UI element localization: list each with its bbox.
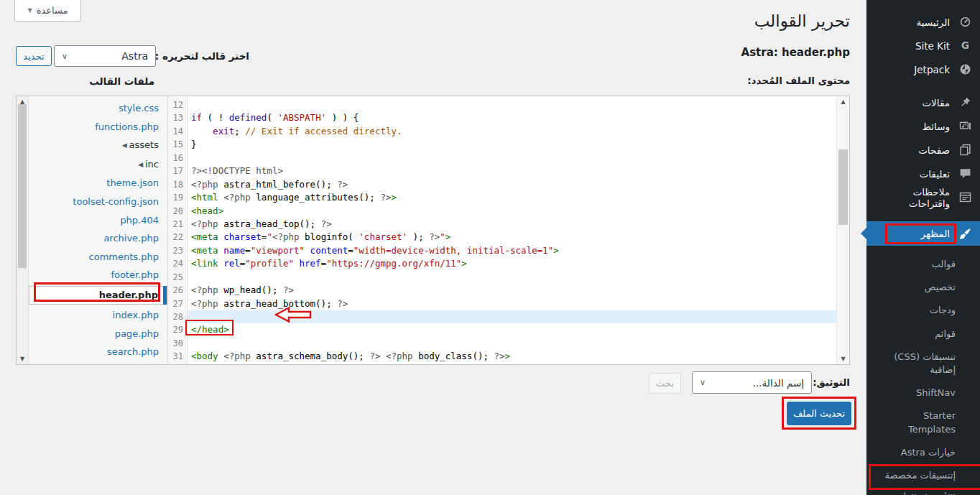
media-icon bbox=[956, 120, 974, 132]
sidebar-item-label: المظهر bbox=[921, 228, 950, 239]
code-line-22: 22<meta charset="<?php bloginfo( 'charse… bbox=[168, 231, 836, 244]
file-item-page.php[interactable]: page.php bbox=[29, 325, 167, 343]
scroll-up-icon[interactable]: ▲ bbox=[837, 98, 849, 105]
theme-files-heading: ملفات القالب bbox=[89, 75, 154, 87]
code-line-30: 30 bbox=[168, 337, 836, 350]
submenu-item-astra-options[interactable]: خيارات Astra bbox=[866, 441, 980, 464]
file-list-scrollbar-thumb[interactable] bbox=[18, 104, 27, 268]
file-item-footer.php[interactable]: footer.php bbox=[29, 266, 167, 284]
editor-scrollbar[interactable]: ▲ ▼ bbox=[836, 96, 849, 364]
sidebar-item-label: الرئيسية bbox=[917, 17, 951, 28]
file-item-style.css[interactable]: style.css bbox=[29, 99, 167, 118]
file-item-functions.php[interactable]: functions.php bbox=[29, 118, 167, 137]
sidebar-item-media[interactable]: وسائط bbox=[866, 114, 980, 138]
theme-picker-label: اختر قالب لتحريره : bbox=[155, 50, 249, 62]
submenu-item-starter-templates[interactable]: Starter Templates bbox=[866, 404, 980, 440]
line-number: 25 bbox=[168, 271, 188, 284]
code-line-28: 28 bbox=[168, 310, 836, 323]
line-content: if ( ! defined( 'ABSPATH' ) ) { bbox=[188, 111, 836, 124]
select-theme-button[interactable]: تحديد bbox=[16, 46, 52, 66]
file-item-toolset-config.json[interactable]: toolset-config.json bbox=[29, 193, 167, 211]
file-item-index.php[interactable]: index.php bbox=[29, 306, 167, 325]
submenu-item-shiftnav[interactable]: ShiftNav bbox=[866, 381, 980, 404]
folder-collapse-icon: ◀ bbox=[138, 161, 145, 168]
theme-files-panel: ▲ ▼ style.cssfunctions.phpassets ◀inc ◀t… bbox=[17, 96, 168, 364]
scroll-down-icon[interactable]: ▼ bbox=[837, 356, 849, 362]
wordpress-theme-editor-screen: مساعدة ▼ تحرير القوالب Astra: header.php… bbox=[0, 0, 980, 495]
code-line-19: 19<html <?php language_attributes(); ?>> bbox=[168, 191, 836, 204]
file-name: 404.php bbox=[120, 215, 159, 226]
line-number: 28 bbox=[168, 310, 188, 323]
file-name: page.php bbox=[115, 328, 159, 339]
sidebar-item-posts[interactable]: مقالات bbox=[866, 91, 980, 114]
scroll-down-icon[interactable]: ▼ bbox=[17, 356, 28, 362]
submenu-item-themes[interactable]: قوالب bbox=[866, 253, 980, 276]
line-content: <?php astra_body_top(); ?> bbox=[188, 364, 836, 364]
line-number: 16 bbox=[168, 152, 188, 165]
file-name: footer.php bbox=[111, 269, 159, 280]
admin-sidebar: الرئيسيةGSite KitJetpackمقالاتوسائطصفحات… bbox=[866, 0, 980, 495]
line-number: 19 bbox=[168, 191, 188, 204]
line-content: <?php wp_head(); ?> bbox=[188, 284, 836, 297]
line-number: 30 bbox=[168, 337, 188, 350]
file-item-404.php[interactable]: 404.php bbox=[29, 211, 167, 230]
help-dropdown-button[interactable]: مساعدة ▼ bbox=[14, 0, 81, 22]
file-item-search.php[interactable]: search.php bbox=[29, 343, 167, 361]
line-number: 31 bbox=[168, 350, 188, 363]
file-item-header.php[interactable]: header.php bbox=[29, 286, 167, 305]
jetpack-icon bbox=[956, 63, 974, 75]
file-item-archive.php[interactable]: archive.php bbox=[29, 229, 167, 248]
line-content: <body <?php astra_schema_body(); ?> <?ph… bbox=[188, 350, 836, 363]
file-item-comments.php[interactable]: comments.php bbox=[29, 248, 167, 267]
sidebar-item-label: مقالات bbox=[922, 97, 950, 108]
line-number: 15 bbox=[168, 138, 188, 151]
folder-item-assets[interactable]: assets ◀ bbox=[29, 136, 167, 155]
submenu-item-custom-layouts[interactable]: إتنسيقات مخصصة bbox=[866, 464, 980, 487]
chevron-down-icon: ∨ bbox=[700, 378, 706, 387]
sidebar-item-sitekit[interactable]: GSite Kit bbox=[866, 34, 980, 57]
code-editor[interactable]: 1213if ( ! defined( 'ABSPATH' ) ) {14 ex… bbox=[168, 96, 849, 364]
svg-text:G: G bbox=[961, 40, 969, 51]
code-line-29: 29</head> bbox=[168, 323, 836, 336]
theme-select[interactable]: Astra ∨ bbox=[54, 45, 156, 67]
line-number: 21 bbox=[168, 218, 188, 231]
sidebar-item-appearance[interactable]: المظهر bbox=[866, 221, 980, 246]
sidebar-item-home[interactable]: الرئيسية bbox=[866, 10, 980, 34]
sidebar-item-comments[interactable]: تعليقات bbox=[866, 162, 980, 185]
code-line-12: 12 bbox=[168, 98, 836, 111]
sidebar-item-label: Jetpack bbox=[914, 64, 950, 75]
file-name: comments.php bbox=[89, 251, 159, 262]
code-line-13: 13if ( ! defined( 'ABSPATH' ) ) { bbox=[168, 111, 836, 124]
admin-menu-items: الرئيسيةGSite KitJetpackمقالاتوسائطصفحات… bbox=[866, 0, 980, 246]
line-content bbox=[188, 271, 836, 284]
template-editor-container: ▲ ▼ style.cssfunctions.phpassets ◀inc ◀t… bbox=[16, 96, 850, 365]
file-name: inc bbox=[145, 159, 159, 170]
folder-item-inc[interactable]: inc ◀ bbox=[29, 155, 167, 175]
code-line-18: 18<?php astra_html_before(); ?> bbox=[168, 178, 836, 191]
sidebar-item-jetpack[interactable]: Jetpack bbox=[866, 57, 980, 81]
code-line-24: 24<link rel="profile" href="https://gmpg… bbox=[168, 257, 836, 270]
theme-select-value: Astra bbox=[68, 50, 148, 62]
sidebar-item-pages[interactable]: صفحات bbox=[866, 138, 980, 162]
code-line-25: 25 bbox=[168, 271, 836, 284]
file-list-scrollbar[interactable]: ▲ ▼ bbox=[17, 96, 29, 364]
sidebar-item-feedback[interactable]: ملاحظات واقتراحات bbox=[866, 185, 980, 209]
submenu-item-menus[interactable]: قوائم bbox=[866, 323, 980, 346]
line-content: <?php astra_head_bottom(); ?> bbox=[188, 297, 836, 310]
file-item-theme.json[interactable]: theme.json bbox=[29, 174, 167, 193]
submenu-item-page-headers[interactable]: إالأشرطة الرأسية للصفحات bbox=[866, 487, 980, 495]
submenu-item-customize[interactable]: تخصيص bbox=[866, 276, 980, 299]
submenu-item-additional-css[interactable]: تنسيقات (CSS) إضافية bbox=[866, 346, 980, 381]
code-line-31: 31<body <?php astra_schema_body(); ?> <?… bbox=[168, 350, 836, 363]
update-file-button[interactable]: تحديث الملف bbox=[787, 402, 851, 425]
submenu-item-widgets[interactable]: ودجات bbox=[866, 299, 980, 322]
appearance-submenu: قوالبتخصيصودجاتقوائمتنسيقات (CSS) إضافية… bbox=[866, 246, 980, 495]
code-line-27: 27<?php astra_head_bottom(); ?> bbox=[168, 297, 836, 310]
active-menu-pointer bbox=[861, 227, 867, 240]
code-line-20: 20<head> bbox=[168, 205, 836, 218]
sidebar-item-label: تعليقات bbox=[920, 168, 950, 180]
file-name: toolset-config.json bbox=[73, 196, 159, 207]
lookup-button[interactable]: بحث bbox=[649, 373, 681, 394]
documentation-select[interactable]: إسم الدالة... ∨ bbox=[692, 371, 812, 394]
editor-scrollbar-thumb[interactable] bbox=[838, 149, 848, 225]
